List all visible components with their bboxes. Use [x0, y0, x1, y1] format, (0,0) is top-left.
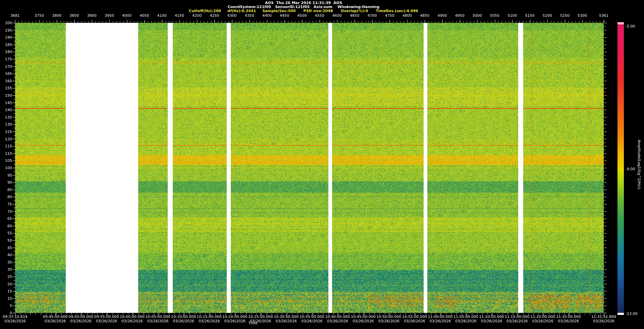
time-label: 10:25:00.000: [248, 315, 273, 319]
top-axis-label: 4800: [402, 13, 412, 18]
frequency-axis-label: 35: [1, 260, 12, 265]
time-label: 09:50:00.000: [68, 315, 93, 319]
date-label: 03/26/2026: [301, 319, 322, 323]
date-label: 03/26/2026: [224, 319, 246, 323]
top-axis-label: 4250: [210, 13, 219, 18]
frequency-axis-label: 145: [1, 101, 12, 105]
frequency-axis-label: 25: [1, 275, 12, 279]
top-axis-label: 3681: [10, 13, 20, 18]
date-label: 03/26/2026: [276, 319, 297, 323]
top-axis-label: 4900: [437, 13, 447, 18]
frequency-axis-label: 130: [1, 122, 12, 127]
top-axis-label: 3800: [52, 13, 61, 18]
colorbar-label-min: -13.00: [626, 312, 637, 316]
time-label: 10:55:00.000: [402, 315, 427, 319]
time-label: 10:05:00.000: [146, 315, 170, 319]
top-axis-label: 4150: [175, 13, 184, 18]
frequency-axis-label: 90: [1, 180, 12, 185]
top-axis-label: 5250: [560, 13, 570, 18]
top-axis-label: 5150: [525, 13, 535, 18]
date-label: 03/26/2026: [327, 319, 348, 323]
top-axis-label: 4400: [262, 13, 272, 18]
aos-spectrogram-window: AOS Thu 26 Mar 2026 11:31:39 AOS CoordSy…: [0, 0, 644, 329]
time-label: 10:15:00.000: [197, 315, 222, 319]
frequency-axis-label: 5: [1, 303, 12, 308]
frequency-axis-label: 125: [1, 130, 12, 134]
top-axis-label: 4550: [315, 13, 324, 18]
date-label: 03/26/2026: [532, 319, 553, 323]
top-axis-label: 5200: [543, 13, 552, 18]
time-label: 09:45:00.000: [43, 315, 68, 319]
frequency-axis-label: 45: [1, 246, 12, 250]
frequency-axis-label: 115: [1, 144, 12, 148]
date-label: 03/26/2026: [147, 319, 168, 323]
date-label: 03/26/2026: [122, 319, 143, 323]
frequency-axis-label: 165: [1, 72, 12, 76]
time-label: 10:10:00.000: [171, 315, 196, 319]
top-axis-label: 5000: [473, 13, 482, 18]
time-label: 10:45:00.000: [351, 315, 376, 319]
top-axis-label: 5361: [599, 13, 608, 18]
frequency-axis-label: 175: [1, 57, 12, 61]
top-axis-label: 5050: [490, 13, 499, 18]
top-axis-label: 4300: [227, 13, 237, 18]
frequency-axis-label: 50: [1, 238, 12, 243]
frequency-axis-label: 85: [1, 188, 12, 192]
top-axis-label: 4500: [298, 13, 307, 18]
top-axis-label: 4050: [140, 13, 149, 18]
date-label: 03/26/2026: [199, 319, 220, 323]
frequency-axis-label: 80: [1, 195, 12, 199]
top-axis-label: 3850: [70, 13, 79, 18]
date-label: 03/26/2026: [558, 319, 579, 323]
processing-info-line: Cuttoff(Hz):200 df(Hz):0.2441 Sample/Sec…: [15, 9, 592, 13]
frequency-axis-label: 150: [1, 93, 12, 98]
time-axis-title: Time: [244, 321, 262, 325]
top-axis-label: 4200: [192, 13, 202, 18]
frequency-axis-label: 95: [1, 173, 12, 178]
top-axis-label: 4000: [122, 13, 131, 18]
frequency-axis-label: 30: [1, 267, 12, 272]
date-label: 03/26/2026: [45, 319, 66, 323]
time-label: 10:35:00.000: [300, 315, 324, 319]
frequency-axis-label: 75: [1, 202, 12, 206]
date-label: 03/26/2026: [353, 319, 374, 323]
frequency-axis-label: 155: [1, 86, 12, 90]
frequency-axis-label: 15: [1, 289, 12, 293]
frequency-axis-label: 105: [1, 158, 12, 163]
frequency-axis-label: 70: [1, 209, 12, 214]
time-label: 11:00:00.000: [428, 315, 453, 319]
frequency-axis-label: 100: [1, 166, 12, 170]
time-label: 11:20:00.000: [530, 315, 555, 319]
top-axis-label: 4700: [367, 13, 377, 18]
frequency-axis-label: 170: [1, 64, 12, 69]
top-axis-label: 4350: [245, 13, 254, 18]
frequency-axis-label: 65: [1, 217, 12, 221]
frequency-axis-label: 60: [1, 224, 12, 228]
top-axis-label: 3950: [105, 13, 114, 18]
frequency-axis-label: 20: [1, 282, 12, 286]
date-label: 03/26/2026: [506, 319, 528, 323]
frequency-axis-label: 195: [1, 28, 12, 33]
frequency-axis-label: 110: [1, 151, 12, 156]
top-axis-label: 4850: [420, 13, 429, 18]
top-axis-label: 5100: [507, 13, 517, 18]
colorbar-label-max: -5.00: [626, 24, 635, 29]
colorbar-axis-title: Amplitude(Log10(g^2/Hz)): [637, 140, 641, 189]
time-label: 09:55:00.000: [94, 315, 119, 319]
frequency-axis-label: 185: [1, 43, 12, 47]
frequency-axis-label: 40: [1, 253, 12, 257]
top-axis-label: 5300: [578, 13, 587, 18]
date-label: 03/26/2026: [70, 319, 92, 323]
frequency-axis-label: 160: [1, 79, 12, 83]
frequency-axis-label: 120: [1, 137, 12, 141]
date-label: 03/26/2026: [378, 319, 399, 323]
frequency-axis-label: 55: [1, 231, 12, 235]
date-label: 03/26/2026: [4, 319, 25, 323]
colorbar-label-mid: -9.00: [626, 167, 635, 171]
top-axis-label: 4650: [350, 13, 359, 18]
top-axis-label: 4450: [280, 13, 289, 18]
time-label: 11:10:00.000: [479, 315, 504, 319]
time-label: 10:30:00.000: [274, 315, 299, 319]
top-axis-label: 3750: [35, 13, 44, 18]
date-label: 03/26/2026: [430, 319, 451, 323]
